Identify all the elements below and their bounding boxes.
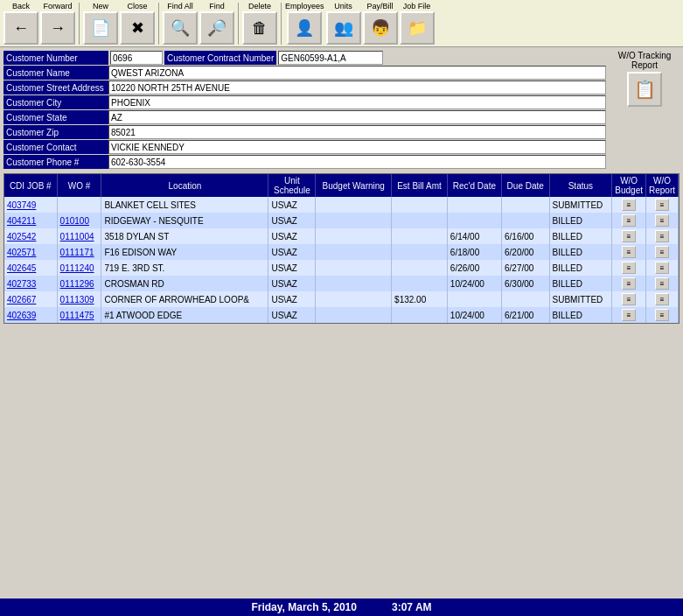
budget-icon[interactable]: ≡ — [622, 214, 636, 227]
customer-phone-input[interactable] — [108, 155, 606, 169]
cell-location: CROSMAN RD — [101, 276, 268, 291]
cell-wo[interactable]: 010100 — [57, 213, 101, 228]
new-label: New — [93, 2, 108, 10]
cell-cdi-job[interactable]: 402667 — [4, 291, 57, 307]
customer-contact-label: Customer Contact — [3, 140, 108, 154]
find-all-button[interactable]: 🔍 — [163, 11, 198, 45]
find-button[interactable]: 🔎 — [199, 11, 234, 45]
employees-button[interactable]: 👤 — [287, 11, 322, 45]
cell-cdi-job[interactable]: 402733 — [4, 276, 57, 291]
cell-report-icon[interactable]: ≡ — [645, 197, 678, 213]
employees-group: Employees 👤 — [285, 2, 324, 45]
budget-icon[interactable]: ≡ — [622, 230, 636, 242]
customer-number-row: Customer Number Customer Contract Number — [3, 51, 606, 65]
cell-report-icon[interactable]: ≡ — [645, 228, 678, 244]
report-icon[interactable]: ≡ — [655, 199, 669, 211]
sep1 — [79, 3, 80, 45]
pay-bill-label: Pay/Bill — [367, 2, 394, 10]
cell-report-icon[interactable]: ≡ — [645, 307, 678, 323]
col-wo: WO # — [57, 174, 101, 197]
employees-label: Employees — [285, 2, 324, 10]
cell-report-icon[interactable]: ≡ — [645, 291, 678, 307]
cell-cdi-job[interactable]: 403749 — [4, 197, 57, 213]
budget-icon[interactable]: ≡ — [622, 246, 636, 258]
customer-contract-input[interactable] — [278, 51, 383, 65]
report-icon[interactable]: ≡ — [655, 230, 669, 242]
report-icon[interactable]: ≡ — [655, 214, 669, 227]
cell-wo[interactable]: 0111004 — [57, 228, 101, 244]
col-wo-report: W/OReport — [645, 174, 678, 197]
cell-budget-icon[interactable]: ≡ — [612, 276, 646, 291]
customer-name-input[interactable] — [108, 66, 606, 80]
cell-cdi-job[interactable]: 402542 — [4, 228, 57, 244]
cell-cdi-job[interactable]: 404211 — [4, 213, 57, 228]
cell-report-icon[interactable]: ≡ — [645, 276, 678, 291]
cell-wo[interactable]: 0111240 — [57, 260, 101, 276]
new-button[interactable]: 📄 — [83, 11, 118, 45]
report-icon[interactable]: ≡ — [655, 246, 669, 258]
cell-budget-icon[interactable]: ≡ — [612, 228, 646, 244]
cell-budget-warning — [316, 197, 392, 213]
wo-tracking-button[interactable]: 📋 — [627, 72, 662, 107]
units-button[interactable]: 👥 — [326, 11, 361, 45]
cell-location: CORNER OF ARROWHEAD LOOP& — [101, 291, 268, 307]
cell-budget-icon[interactable]: ≡ — [612, 260, 646, 276]
cell-est-bill — [392, 260, 448, 276]
customer-name-label: Customer Name — [3, 66, 108, 80]
cell-wo[interactable]: 0111296 — [57, 276, 101, 291]
customer-contact-input[interactable] — [108, 140, 606, 154]
job-file-button[interactable]: 📁 — [400, 11, 435, 45]
customer-street-input[interactable] — [108, 80, 606, 94]
cell-wo[interactable]: 0111309 — [57, 291, 101, 307]
cell-unit: US\AZ — [268, 307, 316, 323]
back-button[interactable]: ← — [3, 11, 38, 45]
cell-cdi-job[interactable]: 402571 — [4, 244, 57, 260]
customer-state-input[interactable] — [108, 110, 606, 124]
customer-state-label: Customer State — [3, 110, 108, 124]
cell-status: BILLED — [549, 228, 612, 244]
budget-icon[interactable]: ≡ — [622, 293, 636, 305]
cell-wo[interactable]: 0111171 — [57, 244, 101, 260]
cell-report-icon[interactable]: ≡ — [645, 244, 678, 260]
close-button[interactable]: ✖ — [120, 11, 155, 45]
customer-city-input[interactable] — [108, 95, 606, 109]
cell-cdi-job[interactable]: 402639 — [4, 307, 57, 323]
cell-budget-icon[interactable]: ≡ — [612, 244, 646, 260]
report-icon[interactable]: ≡ — [655, 309, 669, 321]
report-icon[interactable]: ≡ — [655, 293, 669, 305]
customer-contact-row: Customer Contact — [3, 140, 606, 154]
cell-location: 719 E. 3RD ST. — [101, 260, 268, 276]
wo-tracking-section: W/O TrackingReport 📋 — [610, 51, 680, 170]
forward-button[interactable]: → — [40, 11, 75, 45]
cell-wo[interactable]: 0111475 — [57, 307, 101, 323]
budget-icon[interactable]: ≡ — [622, 277, 636, 290]
budget-icon[interactable]: ≡ — [622, 309, 636, 321]
customer-city-row: Customer City — [3, 95, 606, 109]
cell-budget-icon[interactable]: ≡ — [612, 307, 646, 323]
cell-wo[interactable] — [57, 197, 101, 213]
delete-label: Delete — [248, 2, 271, 10]
cell-budget-icon[interactable]: ≡ — [612, 213, 646, 228]
report-icon[interactable]: ≡ — [655, 262, 669, 274]
cell-due-date — [501, 213, 549, 228]
cell-budget-icon[interactable]: ≡ — [612, 291, 646, 307]
budget-icon[interactable]: ≡ — [622, 199, 636, 211]
budget-icon[interactable]: ≡ — [622, 262, 636, 274]
cell-budget-icon[interactable]: ≡ — [612, 197, 646, 213]
back-label: Back — [12, 2, 30, 10]
customer-zip-input[interactable] — [108, 125, 606, 139]
cell-report-icon[interactable]: ≡ — [645, 260, 678, 276]
delete-button[interactable]: 🗑 — [242, 11, 277, 45]
cell-status: BILLED — [549, 244, 612, 260]
report-icon[interactable]: ≡ — [655, 277, 669, 290]
cell-due-date — [501, 197, 549, 213]
cell-location: 3518 DYLAN ST — [101, 228, 268, 244]
customer-number-input[interactable] — [110, 51, 163, 65]
cell-report-icon[interactable]: ≡ — [645, 213, 678, 228]
units-group: Units 👥 — [326, 2, 361, 45]
status-time: 3:07 AM — [392, 601, 432, 613]
cell-location: F16 EDISON WAY — [101, 244, 268, 260]
cell-est-bill — [392, 197, 448, 213]
cell-cdi-job[interactable]: 402645 — [4, 260, 57, 276]
pay-bill-button[interactable]: 👦 — [363, 11, 398, 45]
